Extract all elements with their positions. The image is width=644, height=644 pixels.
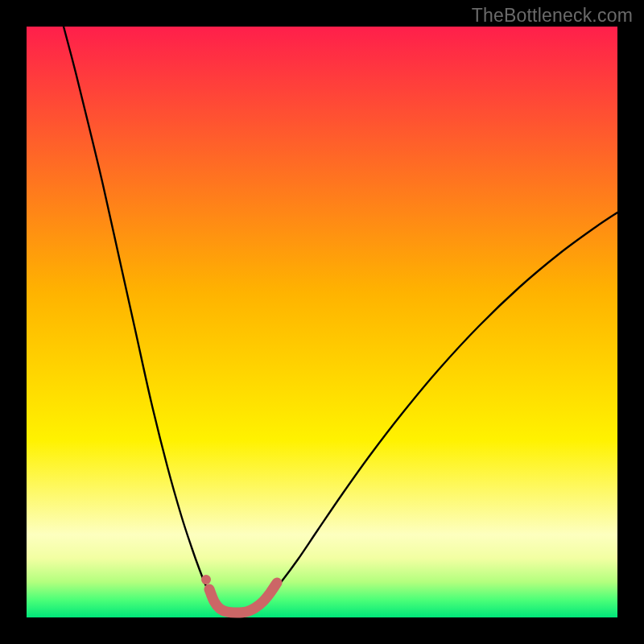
highlight-dot bbox=[201, 575, 211, 584]
plot-background bbox=[27, 27, 617, 617]
bottleneck-chart bbox=[0, 0, 644, 644]
chart-stage: TheBottleneck.com bbox=[0, 0, 644, 644]
watermark-label: TheBottleneck.com bbox=[472, 5, 633, 27]
